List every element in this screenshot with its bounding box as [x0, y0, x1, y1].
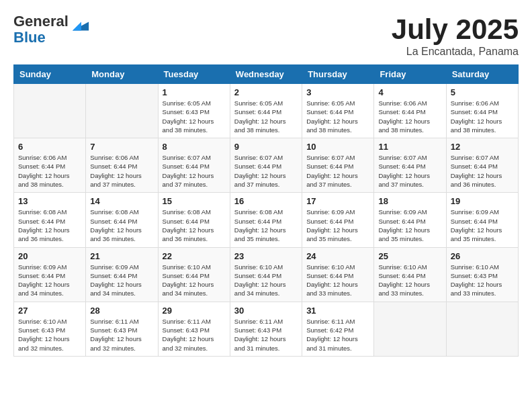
calendar-cell	[374, 302, 446, 356]
day-number: 5	[451, 87, 514, 97]
cell-info: Sunrise: 6:10 AMSunset: 6:44 PMDaylight:…	[163, 263, 226, 298]
cell-info: Sunrise: 6:05 AMSunset: 6:43 PMDaylight:…	[163, 99, 226, 134]
calendar-cell: 11Sunrise: 6:07 AMSunset: 6:44 PMDayligh…	[374, 138, 446, 193]
cell-info: Sunrise: 6:09 AMSunset: 6:44 PMDaylight:…	[451, 208, 514, 243]
calendar-cell: 14Sunrise: 6:08 AMSunset: 6:44 PMDayligh…	[86, 193, 158, 247]
calendar-cell: 21Sunrise: 6:09 AMSunset: 6:44 PMDayligh…	[86, 247, 158, 302]
day-number: 22	[163, 251, 226, 261]
day-number: 16	[234, 196, 298, 206]
calendar-table: SundayMondayTuesdayWednesdayThursdayFrid…	[13, 64, 519, 357]
cell-info: Sunrise: 6:08 AMSunset: 6:44 PMDaylight:…	[163, 208, 226, 243]
day-number: 6	[18, 142, 81, 152]
cell-info: Sunrise: 6:10 AMSunset: 6:43 PMDaylight:…	[18, 317, 81, 353]
column-header-wednesday: Wednesday	[230, 65, 302, 84]
day-number: 25	[378, 251, 441, 261]
cell-info: Sunrise: 6:11 AMSunset: 6:43 PMDaylight:…	[234, 317, 298, 353]
calendar-cell: 22Sunrise: 6:10 AMSunset: 6:44 PMDayligh…	[158, 247, 230, 302]
calendar-cell	[446, 302, 518, 356]
calendar-cell: 6Sunrise: 6:06 AMSunset: 6:44 PMDaylight…	[14, 138, 86, 193]
day-number: 29	[163, 306, 226, 316]
day-number: 12	[451, 142, 514, 152]
calendar-cell: 16Sunrise: 6:08 AMSunset: 6:44 PMDayligh…	[230, 193, 302, 247]
cell-info: Sunrise: 6:11 AMSunset: 6:43 PMDaylight:…	[90, 317, 153, 353]
page-header: General Blue July 2025 La Encantada, Pan…	[13, 13, 519, 58]
cell-info: Sunrise: 6:08 AMSunset: 6:44 PMDaylight:…	[90, 208, 153, 243]
day-number: 19	[451, 196, 514, 206]
day-number: 7	[90, 142, 153, 152]
calendar-week-2: 6Sunrise: 6:06 AMSunset: 6:44 PMDaylight…	[14, 138, 519, 193]
calendar-cell: 31Sunrise: 6:11 AMSunset: 6:42 PMDayligh…	[302, 302, 374, 356]
logo-general: General	[13, 13, 69, 30]
logo: General Blue	[13, 13, 90, 46]
day-number: 24	[306, 251, 369, 261]
svg-marker-1	[73, 22, 81, 31]
calendar-cell: 8Sunrise: 6:07 AMSunset: 6:44 PMDaylight…	[158, 138, 230, 193]
day-number: 4	[378, 87, 441, 97]
day-number: 2	[234, 87, 298, 97]
cell-info: Sunrise: 6:06 AMSunset: 6:44 PMDaylight:…	[18, 153, 81, 189]
calendar-week-4: 20Sunrise: 6:09 AMSunset: 6:44 PMDayligh…	[14, 247, 519, 302]
day-number: 21	[90, 251, 153, 261]
calendar-cell: 10Sunrise: 6:07 AMSunset: 6:44 PMDayligh…	[302, 138, 374, 193]
calendar-cell: 25Sunrise: 6:10 AMSunset: 6:44 PMDayligh…	[374, 247, 446, 302]
calendar-cell: 17Sunrise: 6:09 AMSunset: 6:44 PMDayligh…	[302, 193, 374, 247]
cell-info: Sunrise: 6:08 AMSunset: 6:44 PMDaylight:…	[18, 208, 81, 243]
column-header-sunday: Sunday	[14, 65, 86, 84]
column-header-friday: Friday	[374, 65, 446, 84]
day-number: 20	[18, 251, 81, 261]
calendar-cell: 20Sunrise: 6:09 AMSunset: 6:44 PMDayligh…	[14, 247, 86, 302]
cell-info: Sunrise: 6:06 AMSunset: 6:44 PMDaylight:…	[378, 99, 441, 134]
cell-info: Sunrise: 6:10 AMSunset: 6:44 PMDaylight:…	[378, 263, 441, 298]
cell-info: Sunrise: 6:07 AMSunset: 6:44 PMDaylight:…	[234, 153, 298, 189]
cell-info: Sunrise: 6:08 AMSunset: 6:44 PMDaylight:…	[234, 208, 298, 243]
calendar-cell: 19Sunrise: 6:09 AMSunset: 6:44 PMDayligh…	[446, 193, 518, 247]
logo-blue: Blue	[13, 30, 69, 46]
calendar-cell: 13Sunrise: 6:08 AMSunset: 6:44 PMDayligh…	[14, 193, 86, 247]
day-number: 31	[306, 306, 369, 316]
cell-info: Sunrise: 6:11 AMSunset: 6:43 PMDaylight:…	[163, 317, 226, 353]
column-header-saturday: Saturday	[446, 65, 518, 84]
calendar-cell: 4Sunrise: 6:06 AMSunset: 6:44 PMDaylight…	[374, 84, 446, 138]
cell-info: Sunrise: 6:06 AMSunset: 6:44 PMDaylight:…	[451, 99, 514, 134]
calendar-week-1: 1Sunrise: 6:05 AMSunset: 6:43 PMDaylight…	[14, 84, 519, 138]
day-number: 11	[378, 142, 441, 152]
logo-icon	[71, 17, 90, 36]
cell-info: Sunrise: 6:09 AMSunset: 6:44 PMDaylight:…	[378, 208, 441, 243]
day-number: 9	[234, 142, 298, 152]
cell-info: Sunrise: 6:06 AMSunset: 6:44 PMDaylight:…	[90, 153, 153, 189]
calendar-cell: 18Sunrise: 6:09 AMSunset: 6:44 PMDayligh…	[374, 193, 446, 247]
day-number: 13	[18, 196, 81, 206]
day-number: 15	[163, 196, 226, 206]
calendar-cell: 30Sunrise: 6:11 AMSunset: 6:43 PMDayligh…	[230, 302, 302, 356]
calendar-cell: 7Sunrise: 6:06 AMSunset: 6:44 PMDaylight…	[86, 138, 158, 193]
day-number: 23	[234, 251, 298, 261]
day-number: 18	[378, 196, 441, 206]
cell-info: Sunrise: 6:09 AMSunset: 6:44 PMDaylight:…	[306, 208, 369, 243]
calendar-week-5: 27Sunrise: 6:10 AMSunset: 6:43 PMDayligh…	[14, 302, 519, 356]
day-number: 1	[163, 87, 226, 97]
cell-info: Sunrise: 6:07 AMSunset: 6:44 PMDaylight:…	[378, 153, 441, 189]
day-number: 26	[451, 251, 514, 261]
day-number: 10	[306, 142, 369, 152]
day-number: 30	[234, 306, 298, 316]
location-subtitle: La Encantada, Panama	[392, 46, 519, 58]
cell-info: Sunrise: 6:10 AMSunset: 6:43 PMDaylight:…	[451, 263, 514, 298]
calendar-cell: 2Sunrise: 6:05 AMSunset: 6:44 PMDaylight…	[230, 84, 302, 138]
column-header-monday: Monday	[86, 65, 158, 84]
cell-info: Sunrise: 6:10 AMSunset: 6:44 PMDaylight:…	[306, 263, 369, 298]
cell-info: Sunrise: 6:05 AMSunset: 6:44 PMDaylight:…	[306, 99, 369, 134]
column-header-thursday: Thursday	[302, 65, 374, 84]
calendar-cell: 15Sunrise: 6:08 AMSunset: 6:44 PMDayligh…	[158, 193, 230, 247]
calendar-cell: 1Sunrise: 6:05 AMSunset: 6:43 PMDaylight…	[158, 84, 230, 138]
day-number: 3	[306, 87, 369, 97]
month-title: July 2025	[392, 13, 519, 46]
calendar-cell: 27Sunrise: 6:10 AMSunset: 6:43 PMDayligh…	[14, 302, 86, 356]
day-number: 14	[90, 196, 153, 206]
calendar-cell: 5Sunrise: 6:06 AMSunset: 6:44 PMDaylight…	[446, 84, 518, 138]
calendar-cell	[14, 84, 86, 138]
day-number: 28	[90, 306, 153, 316]
cell-info: Sunrise: 6:09 AMSunset: 6:44 PMDaylight:…	[90, 263, 153, 298]
title-block: July 2025 La Encantada, Panama	[392, 13, 519, 58]
calendar-cell: 3Sunrise: 6:05 AMSunset: 6:44 PMDaylight…	[302, 84, 374, 138]
calendar-cell: 29Sunrise: 6:11 AMSunset: 6:43 PMDayligh…	[158, 302, 230, 356]
